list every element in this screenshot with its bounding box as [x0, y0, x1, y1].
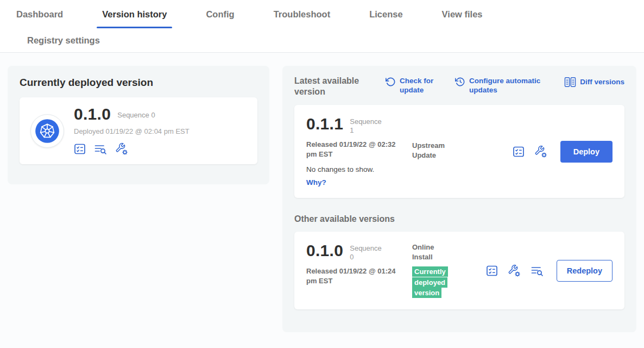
- current-version-card: 0.1.0 Sequence 0 Deployed 01/19/22 @ 02:…: [20, 97, 257, 164]
- edit-config-icon[interactable]: [534, 145, 547, 158]
- other-source-column: Online Install Currently deployed versio…: [412, 243, 468, 299]
- secondary-tab-row: Registry settings: [0, 28, 644, 52]
- tab-dashboard-label: Dashboard: [16, 9, 63, 20]
- tab-dashboard[interactable]: Dashboard: [11, 0, 68, 28]
- edit-config-icon[interactable]: [508, 264, 521, 277]
- tab-version-history-label: Version history: [102, 9, 167, 20]
- latest-release-info: 0.1.1 Sequence 1 Released 01/19/22 @ 02:…: [306, 116, 412, 187]
- tab-troubleshoot[interactable]: Troubleshoot: [268, 0, 336, 28]
- view-files-icon[interactable]: [94, 143, 107, 155]
- version-source-label: Upstream Update: [412, 141, 451, 160]
- current-version-number: 0.1.0: [74, 106, 111, 122]
- current-version-info: 0.1.0 Sequence 0 Deployed 01/19/22 @ 02:…: [74, 106, 190, 156]
- no-changes-text: No changes to show.: [306, 165, 412, 173]
- latest-available-title: Latest available version: [294, 76, 370, 97]
- currently-deployed-panel: Currently deployed version: [8, 66, 269, 184]
- release-notes-icon[interactable]: [513, 146, 525, 158]
- tab-troubleshoot-label: Troubleshoot: [274, 9, 331, 20]
- configure-automatic-updates-label: Configure automatic updates: [469, 77, 541, 95]
- latest-source-column: Upstream Update: [412, 116, 468, 160]
- current-version-actions: [74, 142, 190, 156]
- other-versions-title: Other available versions: [294, 214, 624, 224]
- tab-registry-settings-label: Registry settings: [27, 35, 100, 46]
- install-type-label: Online Install: [412, 243, 451, 262]
- other-version-row: 0.1.0 Sequence 0: [306, 243, 412, 261]
- latest-version-header: Latest available version Check for updat…: [294, 76, 624, 97]
- configure-automatic-updates-link[interactable]: Configure automatic updates: [455, 77, 541, 95]
- other-release-card: 0.1.0 Sequence 0 Released 01/19/22 @ 01:…: [294, 232, 624, 309]
- refresh-icon: [386, 77, 396, 87]
- release-notes-icon[interactable]: [486, 265, 498, 277]
- currently-deployed-badge: Currently deployed version: [412, 266, 448, 298]
- latest-sequence: Sequence 1: [350, 117, 384, 134]
- version-history-panel: Latest available version Check for updat…: [282, 66, 636, 332]
- tab-config-label: Config: [206, 9, 234, 20]
- top-navigation: Dashboard Version history Config Trouble…: [0, 0, 644, 53]
- latest-release-actions: [513, 145, 547, 158]
- why-link[interactable]: Why?: [306, 178, 326, 187]
- other-version-number: 0.1.0: [306, 243, 343, 259]
- current-version-row: 0.1.0 Sequence 0: [74, 106, 190, 122]
- badge-wrap: Currently deployed version: [412, 266, 451, 299]
- tab-version-history[interactable]: Version history: [97, 0, 172, 28]
- schedule-update-icon: [455, 77, 465, 87]
- redeploy-button[interactable]: Redeploy: [557, 260, 613, 282]
- tab-license-label: License: [369, 9, 402, 20]
- diff-versions-label: Diff versions: [580, 78, 624, 87]
- other-release-actions: [486, 264, 544, 277]
- tab-license[interactable]: License: [364, 0, 408, 28]
- latest-released-timestamp: Released 01/19/22 @ 02:32 pm EST: [306, 140, 400, 159]
- diff-icon: [564, 77, 576, 88]
- release-notes-icon[interactable]: [74, 143, 86, 155]
- latest-version-number: 0.1.1: [306, 116, 343, 132]
- current-sequence: Sequence 0: [117, 111, 155, 119]
- edit-config-icon[interactable]: [115, 142, 128, 156]
- check-for-update-label: Check for update: [400, 77, 440, 95]
- diff-versions-link[interactable]: Diff versions: [564, 77, 624, 88]
- main-content: Currently deployed version: [0, 53, 644, 332]
- check-for-update-link[interactable]: Check for update: [386, 77, 440, 95]
- tab-config[interactable]: Config: [200, 0, 239, 28]
- primary-tab-row: Dashboard Version history Config Trouble…: [0, 0, 644, 28]
- other-sequence: Sequence 0: [350, 244, 384, 261]
- deploy-button[interactable]: Deploy: [560, 141, 613, 163]
- latest-version-row: 0.1.1 Sequence 1: [306, 116, 412, 134]
- other-released-timestamp: Released 01/19/22 @ 01:24 pm EST: [306, 266, 400, 285]
- currently-deployed-title: Currently deployed version: [20, 77, 257, 89]
- kubernetes-logo: [30, 114, 64, 148]
- deployed-timestamp: Deployed 01/19/22 @ 02:04 pm EST: [74, 127, 190, 135]
- other-release-info: 0.1.0 Sequence 0 Released 01/19/22 @ 01:…: [306, 243, 412, 285]
- view-files-icon[interactable]: [531, 265, 544, 277]
- latest-release-card: 0.1.1 Sequence 1 Released 01/19/22 @ 02:…: [294, 105, 624, 198]
- tab-view-files-label: View files: [442, 9, 483, 20]
- tab-registry-settings[interactable]: Registry settings: [22, 28, 105, 52]
- tab-view-files[interactable]: View files: [437, 0, 488, 28]
